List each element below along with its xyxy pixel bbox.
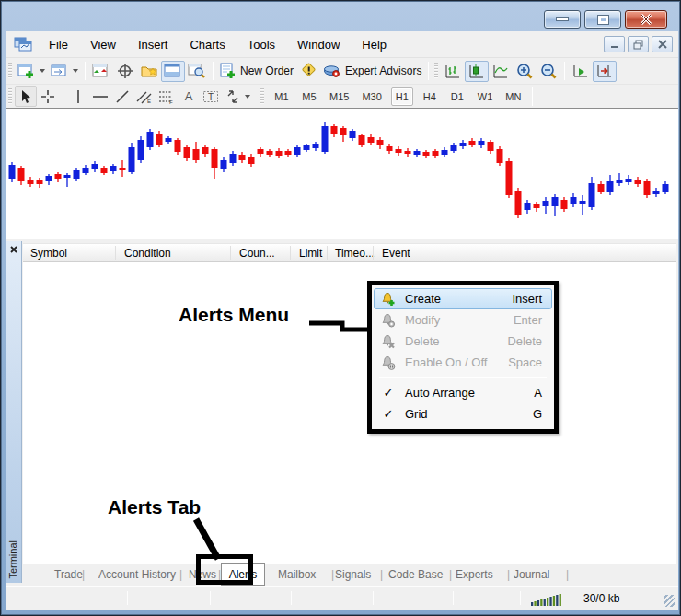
menu-item-label: Enable On / Off [405, 355, 487, 369]
menu-item-modify[interactable]: ModifyEnter [374, 309, 552, 331]
cursor-tool-button[interactable] [15, 86, 37, 107]
arrows-tool-button[interactable] [222, 86, 244, 107]
timeframe-m15-button[interactable]: M15 [326, 87, 352, 106]
new-chart-dropdown-icon[interactable] [40, 69, 45, 73]
menu-item-auto-arrange[interactable]: ✓Auto ArrangeA [374, 382, 552, 403]
column-header[interactable]: Limit [299, 247, 322, 260]
market-watch-button[interactable] [89, 61, 113, 82]
fibonacci-tool-button[interactable]: F [156, 86, 178, 107]
trendline-icon [115, 89, 130, 104]
menu-view[interactable]: View [79, 33, 127, 56]
alerts-column-header[interactable]: SymbolConditionCoun...LimitTimeo...Event [23, 243, 676, 262]
alerts-context-menu: CreateInsertModifyEnterDeleteDeleteEnabl… [367, 281, 559, 434]
minimize-icon [556, 17, 569, 21]
terminal-toggle-button[interactable] [161, 61, 185, 82]
auto-scroll-button[interactable] [569, 61, 593, 82]
fibonacci-icon: F [158, 89, 175, 104]
menu-insert[interactable]: Insert [127, 33, 179, 56]
candlestick-chart-button[interactable] [465, 61, 489, 82]
expert-advisors-label: Expert Advisors [345, 64, 421, 77]
toolbar-grip[interactable] [260, 88, 264, 105]
timeframe-m30-button[interactable]: M30 [358, 87, 385, 106]
mdi-window-controls [604, 36, 673, 52]
toolbar-grip[interactable] [8, 88, 12, 105]
tab-signals[interactable]: Signals [335, 568, 371, 581]
column-header[interactable]: Coun... [239, 247, 275, 260]
trendline-tool-button[interactable] [111, 86, 133, 107]
line-chart-button[interactable] [489, 61, 513, 82]
column-header[interactable]: Condition [124, 247, 171, 260]
chart-area[interactable] [6, 108, 678, 239]
mdi-close-button[interactable] [652, 36, 673, 52]
terminal-caption: Terminal [7, 540, 18, 579]
menu-item-create[interactable]: CreateInsert [374, 288, 552, 309]
menu-item-shortcut: Insert [512, 292, 542, 306]
zoom-in-icon [515, 63, 534, 80]
menu-window[interactable]: Window [286, 33, 351, 56]
text-tool-button[interactable]: A [178, 86, 200, 107]
menu-item-shortcut: Delete [507, 334, 542, 348]
resize-grip-icon[interactable] [664, 595, 675, 607]
close-button[interactable] [625, 10, 667, 29]
tab-separator: | [82, 568, 85, 581]
navigator-icon [140, 63, 158, 79]
menu-charts[interactable]: Charts [179, 33, 236, 56]
vertical-line-tool-button[interactable] [67, 86, 89, 107]
bar-chart-button[interactable] [441, 61, 465, 82]
profiles-button[interactable] [48, 61, 72, 82]
tab-account-history[interactable]: Account History [98, 568, 176, 581]
terminal-tabs-row: TradeAccount HistoryNewsMailboxSignalsCo… [23, 564, 676, 586]
toolbar-grip[interactable] [434, 63, 438, 79]
menu-help[interactable]: Help [351, 33, 398, 56]
tab-journal[interactable]: Journal [514, 568, 549, 581]
column-header[interactable]: Event [382, 247, 410, 260]
chart-shift-button[interactable] [593, 61, 617, 82]
menu-item-enable-on-off[interactable]: Enable On / OffSpace [374, 352, 552, 373]
data-window-icon [116, 63, 134, 79]
channel-tool-button[interactable]: E [133, 86, 156, 107]
menu-tools[interactable]: Tools [237, 33, 286, 56]
timeframe-m1-button[interactable]: M1 [271, 87, 293, 106]
menu-item-delete[interactable]: DeleteDelete [374, 331, 552, 352]
timeframe-h1-button[interactable]: H1 [391, 87, 413, 106]
tab-code-base[interactable]: Code Base [388, 568, 443, 581]
navigator-button[interactable] [137, 61, 161, 82]
alert-button[interactable] [296, 61, 320, 82]
zoom-in-button[interactable] [513, 61, 537, 82]
timeframe-h4-button[interactable]: H4 [419, 87, 441, 106]
data-window-button[interactable] [113, 61, 137, 82]
arrows-dropdown-icon[interactable] [245, 95, 250, 99]
tab-separator: | [179, 568, 182, 581]
terminal-close-icon[interactable] [8, 244, 19, 255]
tab-experts[interactable]: Experts [456, 568, 493, 581]
timeframe-d1-button[interactable]: D1 [446, 87, 468, 106]
menu-file[interactable]: File [38, 33, 79, 56]
mdi-minimize-button[interactable] [604, 36, 625, 52]
profiles-dropdown-icon[interactable] [73, 69, 78, 73]
text-label-tool-button[interactable]: T [200, 86, 222, 107]
timeframe-mn-button[interactable]: MN [502, 87, 525, 106]
tab-mailbox[interactable]: Mailbox [278, 568, 316, 581]
tab-separator: | [380, 568, 383, 581]
mdi-restore-button[interactable] [628, 36, 649, 52]
tab-trade[interactable]: Trade [54, 568, 83, 581]
strategy-tester-button[interactable] [185, 61, 209, 82]
column-header[interactable]: Timeo... [335, 247, 375, 260]
menu-item-label: Grid [405, 407, 428, 421]
mdi-close-icon [658, 40, 667, 49]
horizontal-line-tool-button[interactable] [89, 86, 111, 107]
timeframe-w1-button[interactable]: W1 [474, 87, 497, 106]
expert-advisors-button[interactable]: Expert Advisors [320, 61, 424, 82]
crosshair-tool-button[interactable] [37, 86, 59, 107]
status-separator [210, 591, 211, 605]
column-header[interactable]: Symbol [30, 247, 67, 260]
timeframe-m5-button[interactable]: M5 [298, 87, 320, 106]
new-order-button[interactable]: New Order [217, 61, 296, 82]
chart-shift-icon [595, 63, 614, 79]
menu-item-grid[interactable]: ✓GridG [374, 403, 552, 424]
toolbar-grip[interactable] [8, 63, 12, 79]
zoom-out-button[interactable] [537, 61, 560, 82]
new-chart-button[interactable] [15, 61, 39, 82]
minimize-button[interactable] [544, 10, 581, 29]
maximize-button[interactable] [584, 10, 621, 29]
